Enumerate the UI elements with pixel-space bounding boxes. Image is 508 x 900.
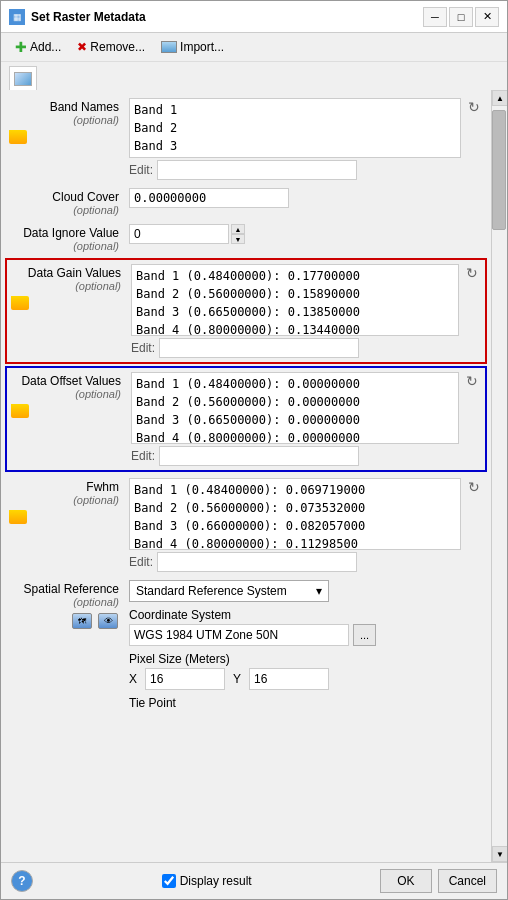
tab-img-icon	[14, 72, 32, 86]
cloud-cover-input[interactable]	[129, 188, 289, 208]
fwhm-folder[interactable]	[9, 510, 119, 524]
fwhm-refresh-icon[interactable]: ↻	[465, 478, 483, 496]
add-button[interactable]: ✚ Add...	[9, 37, 67, 57]
fwhm-row: Fwhm (optional) ↻ Edit:	[1, 474, 491, 576]
maximize-button[interactable]: □	[449, 7, 473, 27]
band-names-refresh-icon[interactable]: ↻	[465, 98, 483, 116]
band-names-optional: (optional)	[9, 114, 119, 126]
add-icon: ✚	[15, 39, 27, 55]
data-offset-optional: (optional)	[11, 388, 121, 400]
data-gain-textarea[interactable]	[131, 264, 459, 336]
coord-system-label: Coordinate System	[129, 608, 483, 622]
add-label: Add...	[30, 40, 61, 54]
data-gain-edit-label: Edit:	[131, 341, 155, 355]
spatial-reference-row: Spatial Reference (optional) 🗺 👁 Standar…	[1, 576, 491, 714]
pixel-size-label: Pixel Size (Meters)	[129, 652, 483, 666]
browse-button[interactable]: ...	[353, 624, 376, 646]
fwhm-with-icon: ↻	[129, 478, 483, 550]
data-gain-row: Data Gain Values (optional) ↻ Edit:	[5, 258, 487, 364]
data-ignore-down-btn[interactable]: ▼	[231, 234, 245, 244]
band-names-folder[interactable]	[9, 130, 119, 144]
data-offset-refresh-icon[interactable]: ↻	[463, 372, 481, 390]
spatial-map-icon[interactable]: 🗺	[71, 612, 93, 630]
coord-system-row: ...	[129, 624, 483, 646]
title-bar: ▦ Set Raster Metadata ─ □ ✕	[1, 1, 507, 33]
band-names-edit-label: Edit:	[129, 163, 153, 177]
data-ignore-up-btn[interactable]: ▲	[231, 224, 245, 234]
cancel-button[interactable]: Cancel	[438, 869, 497, 893]
data-offset-label-col: Data Offset Values (optional)	[11, 372, 131, 418]
y-input[interactable]	[249, 668, 329, 690]
spatial-optional: (optional)	[9, 596, 119, 608]
data-offset-edit-input[interactable]	[159, 446, 359, 466]
data-gain-label-col: Data Gain Values (optional)	[11, 264, 131, 310]
scrollbar-thumb[interactable]	[492, 110, 506, 230]
data-gain-with-icon: ↻	[131, 264, 481, 336]
display-result-row: Display result	[162, 874, 252, 888]
import-label: Import...	[180, 40, 224, 54]
scrollbar-down-arrow[interactable]: ▼	[492, 846, 507, 862]
window-icon: ▦	[9, 9, 25, 25]
display-result-checkbox[interactable]	[162, 874, 176, 888]
band-names-with-icon: ↻	[129, 98, 483, 158]
remove-button[interactable]: ✖ Remove...	[71, 38, 151, 56]
x-input[interactable]	[145, 668, 225, 690]
data-ignore-input[interactable]	[129, 224, 229, 244]
fwhm-textarea[interactable]	[129, 478, 461, 550]
fwhm-edit-label: Edit:	[129, 555, 153, 569]
fwhm-label: Fwhm	[9, 480, 119, 494]
data-offset-label: Data Offset Values	[11, 374, 121, 388]
data-gain-edit-input[interactable]	[159, 338, 359, 358]
band-names-field: ↻ Edit:	[129, 98, 483, 180]
chevron-down-icon: ▾	[316, 584, 322, 598]
content-area: Band Names (optional) ↻ Edit:	[1, 90, 507, 862]
data-gain-edit-row: Edit:	[131, 338, 481, 358]
spatial-dropdown-value: Standard Reference System	[136, 584, 287, 598]
band-names-edit-input[interactable]	[157, 160, 357, 180]
data-ignore-row: Data Ignore Value (optional) ▲ ▼	[1, 220, 491, 256]
data-offset-edit-label: Edit:	[131, 449, 155, 463]
spatial-eye-icon[interactable]: 👁	[97, 612, 119, 630]
cloud-cover-label-col: Cloud Cover (optional)	[9, 188, 129, 216]
x-label: X	[129, 672, 137, 686]
fwhm-optional: (optional)	[9, 494, 119, 506]
data-offset-textarea[interactable]	[131, 372, 459, 444]
minimize-button[interactable]: ─	[423, 7, 447, 27]
fwhm-edit-input[interactable]	[157, 552, 357, 572]
data-offset-with-icon: ↻	[131, 372, 481, 444]
ok-button[interactable]: OK	[380, 869, 431, 893]
tab-bar	[1, 62, 507, 90]
scrollbar-up-arrow[interactable]: ▲	[492, 90, 507, 106]
data-gain-label: Data Gain Values	[11, 266, 121, 280]
close-button[interactable]: ✕	[475, 7, 499, 27]
data-gain-optional: (optional)	[11, 280, 121, 292]
data-offset-edit-row: Edit:	[131, 446, 481, 466]
spatial-icons: 🗺 👁	[9, 612, 119, 630]
band-names-textarea[interactable]	[129, 98, 461, 158]
help-button[interactable]: ?	[11, 870, 33, 892]
import-icon	[161, 41, 177, 53]
band-names-label-col: Band Names (optional)	[9, 98, 129, 144]
data-gain-refresh-icon[interactable]: ↻	[463, 264, 481, 282]
bottom-bar: ? Display result OK Cancel	[1, 862, 507, 899]
main-scroll-area[interactable]: Band Names (optional) ↻ Edit:	[1, 90, 491, 862]
cloud-cover-label: Cloud Cover	[9, 190, 119, 204]
data-gain-folder[interactable]	[11, 296, 121, 310]
spatial-label: Spatial Reference	[9, 582, 119, 596]
band-names-row: Band Names (optional) ↻ Edit:	[1, 94, 491, 184]
data-offset-folder[interactable]	[11, 404, 121, 418]
spatial-field: Standard Reference System ▾ Coordinate S…	[129, 580, 483, 710]
coord-system-input[interactable]	[129, 624, 349, 646]
window-title: Set Raster Metadata	[31, 10, 423, 24]
spatial-label-col: Spatial Reference (optional) 🗺 👁	[9, 580, 129, 630]
fwhm-field: ↻ Edit:	[129, 478, 483, 572]
tab-icon[interactable]	[9, 66, 37, 90]
title-controls: ─ □ ✕	[423, 7, 499, 27]
data-offset-field: ↻ Edit:	[131, 372, 481, 466]
scrollbar[interactable]: ▲ ▼	[491, 90, 507, 862]
data-ignore-label-col: Data Ignore Value (optional)	[9, 224, 129, 252]
band-names-edit-row: Edit:	[129, 160, 483, 180]
fwhm-label-col: Fwhm (optional)	[9, 478, 129, 524]
import-button[interactable]: Import...	[155, 38, 230, 56]
spatial-dropdown[interactable]: Standard Reference System ▾	[129, 580, 329, 602]
